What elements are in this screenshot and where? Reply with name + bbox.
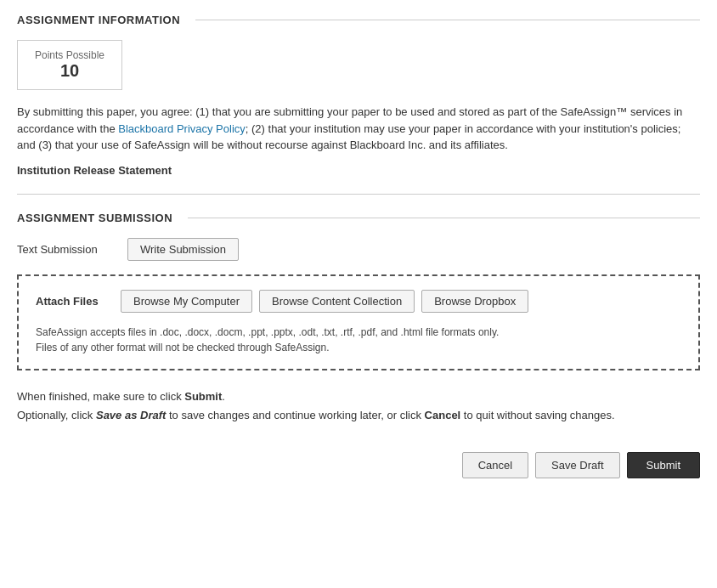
footer-line2: Optionally, click Save as Draft to save … xyxy=(17,406,700,425)
section-divider-line xyxy=(195,20,700,20)
footer-cancel-text: Cancel xyxy=(425,409,461,421)
institution-release-statement: Institution Release Statement xyxy=(17,164,700,177)
assignment-info-header: ASSIGNMENT INFORMATION xyxy=(17,14,700,26)
save-draft-button[interactable]: Save Draft xyxy=(535,452,619,478)
submit-button[interactable]: Submit xyxy=(627,452,700,478)
attach-files-inner: Attach Files Browse My Computer Browse C… xyxy=(36,290,681,313)
footer-line1-prefix: When finished, make sure to click xyxy=(17,390,184,403)
attach-files-dropzone: Attach Files Browse My Computer Browse C… xyxy=(17,274,700,370)
assignment-info-title: ASSIGNMENT INFORMATION xyxy=(17,14,189,26)
write-submission-button[interactable]: Write Submission xyxy=(127,238,239,261)
attach-files-label: Attach Files xyxy=(36,295,121,308)
assignment-submission-header: ASSIGNMENT SUBMISSION xyxy=(17,212,700,224)
footer-line2-suffix: to quit without saving changes. xyxy=(460,409,614,421)
submission-section: Text Submission Write Submission Attach … xyxy=(17,238,700,370)
footer-save-draft-text: Save as Draft xyxy=(96,409,166,421)
privacy-policy-link[interactable]: Blackboard Privacy Policy xyxy=(118,122,246,135)
browse-content-button[interactable]: Browse Content Collection xyxy=(259,290,415,313)
footer-line1-suffix: . xyxy=(222,390,225,403)
footer-line2-prefix: Optionally, click xyxy=(17,409,96,421)
footer-submit-bold: Submit xyxy=(184,390,222,403)
assignment-submission-title: ASSIGNMENT SUBMISSION xyxy=(17,212,181,224)
cancel-button[interactable]: Cancel xyxy=(462,452,528,478)
points-value: 10 xyxy=(35,61,104,81)
attach-files-row: Attach Files Browse My Computer Browse C… xyxy=(17,274,700,370)
footer-instructions: When finished, make sure to click Submit… xyxy=(17,387,700,425)
footer-line2-middle: to save changes and continue working lat… xyxy=(166,409,424,421)
points-label: Points Possible xyxy=(35,49,104,61)
footer-line1: When finished, make sure to click Submit… xyxy=(17,387,700,406)
browse-dropbox-button[interactable]: Browse Dropbox xyxy=(421,290,528,313)
safeassign-file-note: SafeAssign accepts files in .doc, .docx,… xyxy=(36,325,681,355)
safeassign-agreement-text: By submitting this paper, you agree: (1)… xyxy=(17,104,700,154)
section-separator xyxy=(17,194,700,195)
browse-computer-button[interactable]: Browse My Computer xyxy=(121,290,252,313)
action-buttons-group: Cancel Save Draft Submit xyxy=(17,445,700,478)
submission-section-line xyxy=(188,218,700,218)
points-box: Points Possible 10 xyxy=(17,40,122,90)
text-submission-row: Text Submission Write Submission xyxy=(17,238,700,261)
attach-buttons-group: Browse My Computer Browse Content Collec… xyxy=(121,290,528,313)
text-submission-label: Text Submission xyxy=(17,238,127,256)
